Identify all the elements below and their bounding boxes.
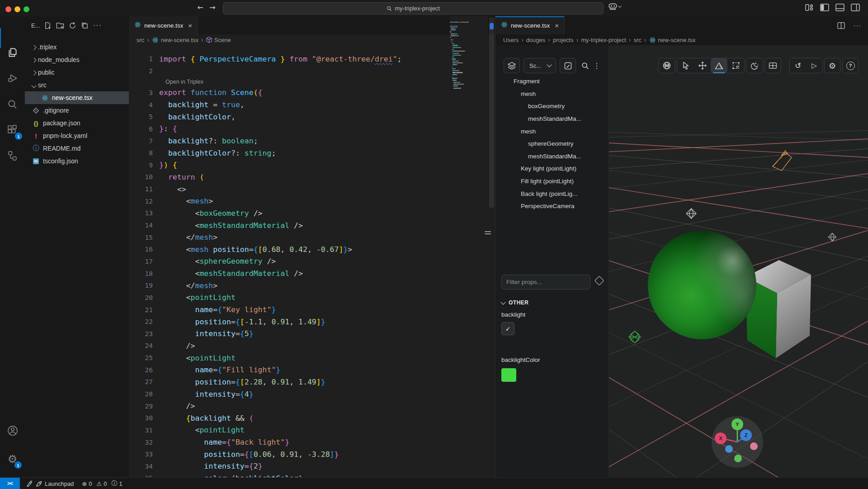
tree-item-mesh[interactable]: mesh [495,88,609,100]
axis-z-ball[interactable]: Z [740,429,752,441]
camera-helper-icon[interactable] [773,151,792,171]
tree-item-Key-light-pointLight-[interactable]: Key light (pointLight) [495,162,609,175]
marquee-tool-button[interactable] [727,58,744,73]
tree-item-mesh[interactable]: mesh [495,125,609,138]
color-swatch-backlightColor[interactable] [501,368,516,382]
accounts-button[interactable] [0,420,25,442]
edit-code-button[interactable] [560,58,576,73]
file-item-README.md[interactable]: ⓘREADME.md [25,142,129,155]
tree-item-meshStandardMa-[interactable]: meshStandardMa... [495,113,609,125]
breadcrumb-item[interactable]: my-triplex-project [581,37,626,43]
tree-item-PerspectiveCamera[interactable]: PerspectiveCamera [495,200,609,213]
axis-x-ball[interactable]: X [715,432,726,444]
file-item-node_modules[interactable]: node_modules [25,53,129,66]
file-item-public[interactable]: public [25,66,129,79]
axis-gizmo[interactable]: Y X Z [712,416,763,468]
sidebar-item-explorer[interactable] [0,42,25,63]
pointer-tool-button[interactable] [677,58,694,73]
tree-item-Fill-light-pointLight-[interactable]: Fill light (pointLight) [495,175,609,188]
command-center-search[interactable]: my-triplex-project [223,2,604,14]
navigate-forward-button[interactable]: → [208,3,217,12]
remote-indicator[interactable]: >< [0,478,20,489]
checkbox-backlight[interactable]: ✓ [501,322,514,335]
kebab-menu-button[interactable]: ⋮ [591,58,602,73]
night-mode-button[interactable] [746,58,763,73]
minimize-window-button[interactable] [14,6,20,12]
sidebar-item-extensions[interactable]: 1 [0,119,25,141]
panel-more-actions[interactable]: ··· [854,16,861,34]
play-button[interactable]: ▷ [806,58,822,73]
breadcrumb-item[interactable]: Scene [206,37,231,43]
tree-item-Fragment[interactable]: Fragment [495,75,609,88]
scene-select[interactable]: Sc... [524,58,556,73]
file-item-src[interactable]: src [25,79,129,91]
close-icon[interactable]: × [555,22,559,29]
grid-button[interactable] [764,58,781,73]
axis-neg-z-ball[interactable] [725,445,733,453]
launchpad-status[interactable]: Launchpad [26,480,74,487]
file-item-tsconfig.json[interactable]: tstsconfig.json [25,155,129,167]
sphere-mesh[interactable] [648,231,756,339]
navigate-back-button[interactable]: ← [195,3,205,12]
collapse-all-icon[interactable] [81,22,89,29]
tab-triplex-new-scene[interactable]: new-scene.tsx × [495,16,565,34]
light-helper-icon[interactable] [629,331,641,343]
breadcrumb-item[interactable]: Users [503,37,519,43]
help-button[interactable]: ? [842,58,859,73]
axis-y-ball[interactable]: Y [731,418,743,430]
zoom-window-button[interactable] [24,6,29,12]
new-file-icon[interactable] [44,22,52,29]
tag-icon[interactable] [594,276,604,285]
codelens-open-in-triplex[interactable]: Open in Triplex [159,79,203,85]
axis-neg-y-ball[interactable] [734,455,742,462]
split-editor-icon[interactable] [837,16,845,34]
transform-tool-button[interactable] [711,58,727,73]
file-item-pnpm-lock.yaml[interactable]: !pnpm-lock.yaml [25,129,129,142]
refresh-icon[interactable] [69,22,76,29]
new-folder-icon[interactable] [56,22,64,29]
tree-item-sphereGeometry[interactable]: sphereGeometry [495,138,609,150]
breadcrumb[interactable]: src›new-scene.tsx›Scene [129,34,503,45]
axis-neg-x-ball[interactable] [750,442,758,450]
sidebar-item-references[interactable] [0,145,25,166]
globe-button[interactable] [658,58,675,73]
problems-status[interactable]: ⊗0 ⚠0 ⓘ1 [82,480,122,488]
breadcrumb-item[interactable]: new-scene.tsx [152,37,198,43]
light-helper-icon[interactable] [686,209,696,218]
undo-button[interactable]: ↺ [790,58,806,73]
breadcrumb-item[interactable]: new-scene.tsx [649,37,696,43]
search-button[interactable] [578,58,592,73]
toggle-primary-sidebar-icon[interactable] [820,4,829,11]
customize-layout-icon[interactable] [805,4,814,11]
layers-button[interactable] [504,58,520,73]
tree-item-Back-light-pointLig-[interactable]: Back light (pointLig... [495,187,609,200]
breadcrumb-item[interactable]: projects [553,37,574,43]
file-item-.triplex[interactable]: .triplex [25,41,129,53]
splitter-grip[interactable] [484,230,491,236]
breadcrumb-item[interactable]: douges [526,37,546,43]
sidebar-item-search[interactable] [0,93,25,115]
light-helper-icon[interactable] [828,233,836,241]
file-item-package.json[interactable]: {}package.json [25,117,129,129]
copilot-menu[interactable] [609,3,621,10]
breadcrumb-item[interactable]: src [137,37,144,43]
breadcrumb-item[interactable]: src [634,37,642,43]
more-actions-icon[interactable]: ··· [93,21,102,29]
close-window-button[interactable] [5,6,11,12]
move-tool-button[interactable] [694,58,711,73]
section-header-other[interactable]: OTHER [501,299,529,306]
minimap[interactable] [450,16,488,448]
tree-item-boxGeometry[interactable]: boxGeometry [495,100,609,113]
code-editor[interactable]: 1import { PerspectiveCamera } from "@rea… [129,45,450,477]
close-icon[interactable]: × [188,22,192,29]
sidebar-item-run-debug[interactable] [0,67,25,89]
toggle-secondary-sidebar-icon[interactable] [851,4,860,11]
tab-new-scene[interactable]: new-scene.tsx × [129,16,198,34]
settings-button[interactable]: ⚙ [824,58,840,73]
file-item-.gitignore[interactable]: .gitignore [25,104,129,117]
breadcrumb[interactable]: Users›douges›projects›my-triplex-project… [495,34,868,45]
settings-gear-button[interactable]: ⚙ 1 [0,448,25,470]
scrollbar-slider[interactable] [489,18,494,208]
toggle-panel-icon[interactable] [835,4,844,11]
file-item-new-scene.tsx[interactable]: new-scene.tsx [25,91,129,104]
